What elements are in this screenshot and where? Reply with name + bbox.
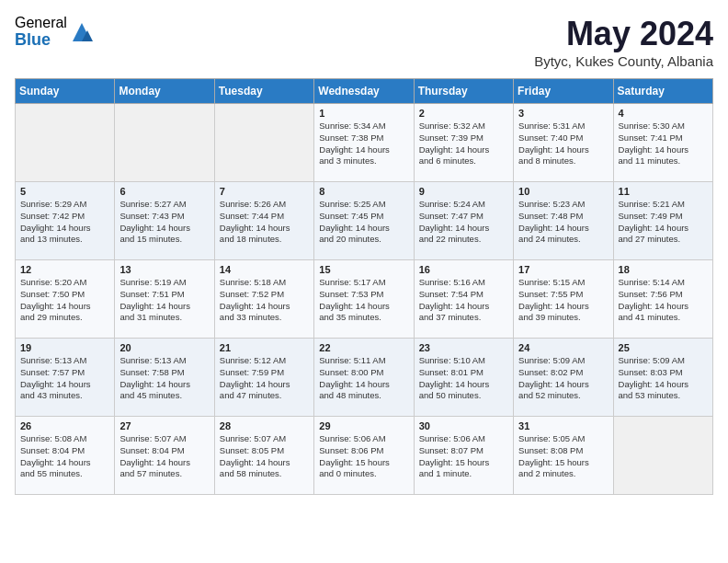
- logo-general: General: [15, 15, 67, 31]
- week-row-4: 19Sunrise: 5:13 AM Sunset: 7:57 PM Dayli…: [16, 339, 713, 417]
- day-number: 18: [619, 264, 708, 275]
- cell-content: Sunrise: 5:06 AM Sunset: 8:06 PM Dayligh…: [319, 433, 408, 480]
- day-number: 22: [319, 342, 408, 353]
- cell-content: Sunrise: 5:30 AM Sunset: 7:41 PM Dayligh…: [619, 121, 708, 167]
- calendar-cell: 12Sunrise: 5:20 AM Sunset: 7:50 PM Dayli…: [16, 260, 115, 339]
- day-number: 3: [518, 108, 608, 119]
- week-row-1: 1Sunrise: 5:34 AM Sunset: 7:38 PM Daylig…: [16, 104, 713, 182]
- cell-content: Sunrise: 5:32 AM Sunset: 7:39 PM Dayligh…: [419, 121, 508, 167]
- calendar-cell: 22Sunrise: 5:11 AM Sunset: 8:00 PM Dayli…: [314, 339, 414, 417]
- cell-content: Sunrise: 5:15 AM Sunset: 7:55 PM Dayligh…: [518, 277, 608, 324]
- logo-text: General Blue: [15, 15, 67, 49]
- day-number: 4: [619, 108, 708, 119]
- day-number: 13: [119, 264, 209, 275]
- header-row: SundayMondayTuesdayWednesdayThursdayFrid…: [16, 79, 713, 104]
- week-row-3: 12Sunrise: 5:20 AM Sunset: 7:50 PM Dayli…: [16, 260, 713, 339]
- cell-content: Sunrise: 5:14 AM Sunset: 7:56 PM Dayligh…: [619, 277, 708, 324]
- calendar-cell: 8Sunrise: 5:25 AM Sunset: 7:45 PM Daylig…: [314, 182, 414, 260]
- calendar-cell: 10Sunrise: 5:23 AM Sunset: 7:48 PM Dayli…: [514, 182, 613, 260]
- calendar-header: SundayMondayTuesdayWednesdayThursdayFrid…: [16, 79, 713, 104]
- cell-content: Sunrise: 5:05 AM Sunset: 8:08 PM Dayligh…: [518, 433, 608, 480]
- calendar-cell: 31Sunrise: 5:05 AM Sunset: 8:08 PM Dayli…: [514, 417, 613, 495]
- calendar-cell: 6Sunrise: 5:27 AM Sunset: 7:43 PM Daylig…: [115, 182, 214, 260]
- calendar-cell: 5Sunrise: 5:29 AM Sunset: 7:42 PM Daylig…: [16, 182, 115, 260]
- cell-content: Sunrise: 5:26 AM Sunset: 7:44 PM Dayligh…: [220, 199, 309, 246]
- cell-content: Sunrise: 5:12 AM Sunset: 7:59 PM Dayligh…: [220, 355, 309, 402]
- day-number: 2: [419, 108, 508, 119]
- title-block: May 2024 Bytyc, Kukes County, Albania: [534, 15, 713, 69]
- cell-content: Sunrise: 5:13 AM Sunset: 7:57 PM Dayligh…: [20, 355, 109, 402]
- day-number: 31: [518, 420, 608, 431]
- logo-blue: Blue: [15, 31, 67, 50]
- cell-content: Sunrise: 5:34 AM Sunset: 7:38 PM Dayligh…: [319, 121, 408, 167]
- header-day-thursday: Thursday: [414, 79, 513, 104]
- cell-content: Sunrise: 5:10 AM Sunset: 8:01 PM Dayligh…: [419, 355, 508, 402]
- calendar-body: 1Sunrise: 5:34 AM Sunset: 7:38 PM Daylig…: [16, 104, 713, 495]
- calendar-table: SundayMondayTuesdayWednesdayThursdayFrid…: [15, 78, 713, 495]
- day-number: 28: [220, 420, 309, 431]
- cell-content: Sunrise: 5:09 AM Sunset: 8:03 PM Dayligh…: [619, 355, 708, 402]
- calendar-cell: 7Sunrise: 5:26 AM Sunset: 7:44 PM Daylig…: [214, 182, 313, 260]
- calendar-cell: 9Sunrise: 5:24 AM Sunset: 7:47 PM Daylig…: [414, 182, 513, 260]
- cell-content: Sunrise: 5:24 AM Sunset: 7:47 PM Dayligh…: [419, 199, 508, 246]
- cell-content: Sunrise: 5:18 AM Sunset: 7:52 PM Dayligh…: [220, 277, 309, 324]
- day-number: 7: [220, 186, 309, 197]
- day-number: 5: [20, 186, 109, 197]
- day-number: 29: [319, 420, 408, 431]
- cell-content: Sunrise: 5:13 AM Sunset: 7:58 PM Dayligh…: [119, 355, 209, 402]
- calendar-cell: [115, 104, 214, 182]
- day-number: 15: [319, 264, 408, 275]
- day-number: 12: [20, 264, 109, 275]
- day-number: 11: [619, 186, 708, 197]
- day-number: 17: [518, 264, 608, 275]
- header-day-monday: Monday: [115, 79, 214, 104]
- cell-content: Sunrise: 5:25 AM Sunset: 7:45 PM Dayligh…: [319, 199, 408, 246]
- cell-content: Sunrise: 5:21 AM Sunset: 7:49 PM Dayligh…: [619, 199, 708, 246]
- day-number: 6: [119, 186, 209, 197]
- day-number: 21: [220, 342, 309, 353]
- page-header: General Blue May 2024 Bytyc, Kukes Count…: [15, 15, 713, 69]
- calendar-cell: [16, 104, 115, 182]
- calendar-cell: 15Sunrise: 5:17 AM Sunset: 7:53 PM Dayli…: [314, 260, 414, 339]
- header-day-sunday: Sunday: [16, 79, 115, 104]
- calendar-cell: 16Sunrise: 5:16 AM Sunset: 7:54 PM Dayli…: [414, 260, 513, 339]
- calendar-cell: 21Sunrise: 5:12 AM Sunset: 7:59 PM Dayli…: [214, 339, 313, 417]
- day-number: 14: [220, 264, 309, 275]
- header-day-tuesday: Tuesday: [214, 79, 313, 104]
- cell-content: Sunrise: 5:23 AM Sunset: 7:48 PM Dayligh…: [518, 199, 608, 246]
- calendar-cell: 29Sunrise: 5:06 AM Sunset: 8:06 PM Dayli…: [314, 417, 414, 495]
- cell-content: Sunrise: 5:31 AM Sunset: 7:40 PM Dayligh…: [518, 121, 608, 167]
- calendar-cell: 1Sunrise: 5:34 AM Sunset: 7:38 PM Daylig…: [314, 104, 414, 182]
- calendar-cell: 19Sunrise: 5:13 AM Sunset: 7:57 PM Dayli…: [16, 339, 115, 417]
- day-number: 8: [319, 186, 408, 197]
- day-number: 19: [20, 342, 109, 353]
- week-row-5: 26Sunrise: 5:08 AM Sunset: 8:04 PM Dayli…: [16, 417, 713, 495]
- day-number: 30: [419, 420, 508, 431]
- calendar-cell: 3Sunrise: 5:31 AM Sunset: 7:40 PM Daylig…: [514, 104, 613, 182]
- cell-content: Sunrise: 5:11 AM Sunset: 8:00 PM Dayligh…: [319, 355, 408, 402]
- cell-content: Sunrise: 5:19 AM Sunset: 7:51 PM Dayligh…: [119, 277, 209, 324]
- calendar-cell: 27Sunrise: 5:07 AM Sunset: 8:04 PM Dayli…: [115, 417, 214, 495]
- day-number: 25: [619, 342, 708, 353]
- header-day-friday: Friday: [514, 79, 613, 104]
- calendar-cell: 28Sunrise: 5:07 AM Sunset: 8:05 PM Dayli…: [214, 417, 313, 495]
- header-day-wednesday: Wednesday: [314, 79, 414, 104]
- calendar-cell: 30Sunrise: 5:06 AM Sunset: 8:07 PM Dayli…: [414, 417, 513, 495]
- calendar-cell: 23Sunrise: 5:10 AM Sunset: 8:01 PM Dayli…: [414, 339, 513, 417]
- cell-content: Sunrise: 5:07 AM Sunset: 8:04 PM Dayligh…: [119, 433, 209, 480]
- cell-content: Sunrise: 5:07 AM Sunset: 8:05 PM Dayligh…: [220, 433, 309, 480]
- calendar-cell: 20Sunrise: 5:13 AM Sunset: 7:58 PM Dayli…: [115, 339, 214, 417]
- calendar-cell: 17Sunrise: 5:15 AM Sunset: 7:55 PM Dayli…: [514, 260, 613, 339]
- calendar-cell: 13Sunrise: 5:19 AM Sunset: 7:51 PM Dayli…: [115, 260, 214, 339]
- calendar-cell: 25Sunrise: 5:09 AM Sunset: 8:03 PM Dayli…: [613, 339, 712, 417]
- calendar-cell: 11Sunrise: 5:21 AM Sunset: 7:49 PM Dayli…: [613, 182, 712, 260]
- logo: General Blue: [15, 15, 95, 49]
- calendar-cell: 2Sunrise: 5:32 AM Sunset: 7:39 PM Daylig…: [414, 104, 513, 182]
- cell-content: Sunrise: 5:16 AM Sunset: 7:54 PM Dayligh…: [419, 277, 508, 324]
- calendar-cell: [214, 104, 313, 182]
- cell-content: Sunrise: 5:06 AM Sunset: 8:07 PM Dayligh…: [419, 433, 508, 480]
- day-number: 10: [518, 186, 608, 197]
- cell-content: Sunrise: 5:09 AM Sunset: 8:02 PM Dayligh…: [518, 355, 608, 402]
- day-number: 16: [419, 264, 508, 275]
- logo-icon: [69, 19, 95, 45]
